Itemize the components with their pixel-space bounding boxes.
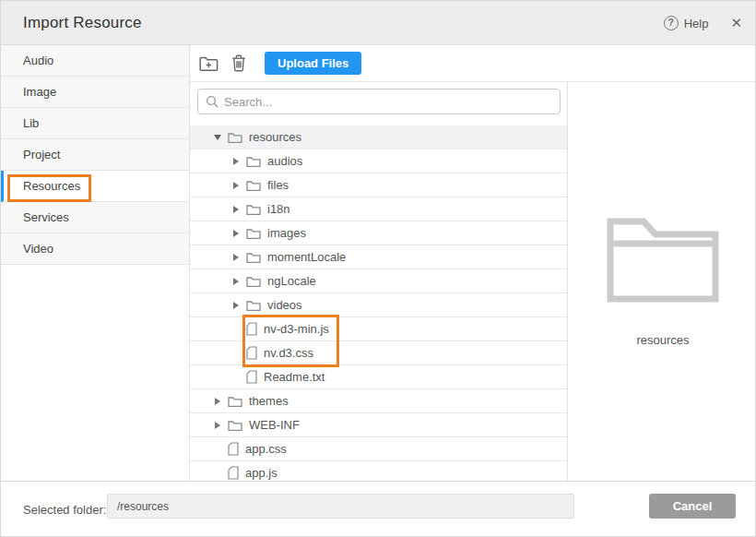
- expand-arrow-icon[interactable]: [215, 422, 220, 429]
- arrow-cell[interactable]: [230, 230, 244, 237]
- tree-node-label: videos: [267, 298, 302, 312]
- sidebar-item-label: Image: [23, 85, 56, 99]
- sidebar-item-image[interactable]: Image: [1, 77, 189, 108]
- dialog-title: Import Resource: [23, 14, 142, 32]
- tree-row-app.js[interactable]: app.js: [190, 461, 567, 481]
- tree-row-app.css[interactable]: app.css: [190, 437, 567, 461]
- help-icon: ?: [664, 16, 679, 30]
- tree-node-label: themes: [249, 394, 289, 408]
- folder-icon: [228, 419, 242, 432]
- arrow-cell[interactable]: [230, 182, 244, 189]
- sidebar-item-label: Audio: [23, 54, 53, 67]
- tree-row-themes[interactable]: themes: [190, 389, 567, 413]
- tree-row-momentLocale[interactable]: momentLocale: [190, 245, 567, 269]
- arrow-cell[interactable]: [212, 422, 226, 429]
- folder-icon: [246, 251, 261, 264]
- tree-node-label: nv.d3.css: [264, 346, 313, 360]
- folder-icon: [246, 179, 261, 192]
- tree-node-label: WEB-INF: [249, 418, 300, 432]
- sidebar-item-lib[interactable]: Lib: [1, 108, 189, 139]
- tree-node-label: nv-d3-min.js: [264, 322, 329, 336]
- arrow-cell[interactable]: [230, 206, 244, 213]
- tree-row-images[interactable]: images: [190, 221, 567, 245]
- tree-row-i18n[interactable]: i18n: [190, 197, 567, 221]
- help-button[interactable]: ? Help: [664, 16, 709, 30]
- tree-node-label: i18n: [267, 202, 290, 216]
- arrow-cell[interactable]: [212, 398, 226, 405]
- folder-icon: [228, 131, 242, 144]
- help-label: Help: [684, 17, 709, 30]
- collapse-arrow-icon[interactable]: [214, 135, 221, 140]
- selected-folder-path-input[interactable]: [107, 494, 574, 519]
- cancel-button[interactable]: Cancel: [649, 494, 736, 519]
- search-box: [197, 89, 561, 114]
- tree-row-audios[interactable]: audios: [190, 149, 567, 173]
- sidebar-item-label: Lib: [23, 116, 39, 130]
- file-icon: [228, 466, 239, 480]
- file-tree: resourcesaudiosfilesi18nimagesmomentLoca…: [190, 125, 568, 481]
- selected-folder-label: Selected folder:: [23, 503, 106, 517]
- tree-node-label: ngLocale: [267, 274, 316, 288]
- tree-node-label: app.js: [245, 466, 278, 480]
- tree-node-label: Readme.txt: [264, 370, 325, 384]
- expand-arrow-icon[interactable]: [215, 398, 220, 405]
- tree-row-nv.d3.css[interactable]: nv.d3.css: [190, 341, 567, 365]
- file-icon: [246, 322, 257, 336]
- tree-node-label: app.css: [245, 442, 287, 456]
- sidebar-item-video[interactable]: Video: [1, 233, 189, 265]
- tree-node-label: images: [267, 226, 306, 240]
- folder-icon: [246, 275, 261, 288]
- arrow-cell[interactable]: [230, 254, 244, 261]
- tree-node-label: resources: [249, 130, 301, 144]
- arrow-cell[interactable]: [230, 302, 244, 309]
- preview-panel: resources: [569, 82, 756, 481]
- search-icon: [206, 95, 219, 108]
- expand-arrow-icon[interactable]: [233, 206, 239, 213]
- search-input[interactable]: [224, 95, 552, 109]
- expand-arrow-icon[interactable]: [233, 230, 239, 237]
- add-folder-icon[interactable]: [199, 55, 219, 72]
- tree-row-resources[interactable]: resources: [190, 125, 567, 149]
- selected-folder-icon: [607, 216, 719, 303]
- tree-row-files[interactable]: files: [190, 173, 567, 197]
- sidebar-item-label: Project: [23, 148, 60, 161]
- sidebar-item-project[interactable]: Project: [1, 139, 189, 171]
- tree-row-nv-d3-min.js[interactable]: nv-d3-min.js: [190, 317, 567, 341]
- file-icon: [246, 370, 257, 384]
- file-icon: [246, 346, 257, 360]
- footer: Selected folder: Cancel: [1, 481, 756, 537]
- arrow-cell[interactable]: [212, 135, 226, 140]
- expand-arrow-icon[interactable]: [233, 278, 239, 285]
- folder-icon: [246, 203, 261, 216]
- close-icon[interactable]: ✕: [730, 15, 742, 31]
- tree-row-videos[interactable]: videos: [190, 293, 567, 317]
- folder-icon: [246, 227, 261, 240]
- preview-folder-label: resources: [569, 333, 756, 347]
- upload-files-button[interactable]: Upload Files: [265, 52, 361, 75]
- expand-arrow-icon[interactable]: [233, 182, 239, 189]
- arrow-cell[interactable]: [230, 158, 244, 165]
- dialog-header: Import Resource ? Help ✕: [1, 1, 756, 45]
- sidebar-item-resources[interactable]: Resources: [1, 171, 189, 202]
- tree-row-Readme.txt[interactable]: Readme.txt: [190, 365, 567, 389]
- sidebar-item-audio[interactable]: Audio: [1, 45, 189, 77]
- tree-node-label: momentLocale: [267, 250, 346, 264]
- expand-arrow-icon[interactable]: [233, 302, 239, 309]
- tree-node-label: files: [267, 178, 289, 192]
- sidebar: AudioImageLibProjectResourcesServicesVid…: [1, 45, 190, 481]
- sidebar-item-services[interactable]: Services: [1, 202, 189, 233]
- sidebar-item-label: Services: [23, 210, 69, 224]
- sidebar-item-label: Video: [23, 242, 53, 256]
- folder-icon: [246, 155, 261, 168]
- expand-arrow-icon[interactable]: [233, 254, 239, 261]
- expand-arrow-icon[interactable]: [233, 158, 239, 165]
- folder-icon: [228, 395, 242, 408]
- tree-row-WEB-INF[interactable]: WEB-INF: [190, 413, 567, 437]
- arrow-cell[interactable]: [230, 278, 244, 285]
- delete-icon[interactable]: [231, 54, 246, 72]
- tree-row-ngLocale[interactable]: ngLocale: [190, 269, 567, 293]
- tree-node-label: audios: [267, 154, 302, 168]
- file-icon: [228, 442, 239, 456]
- toolbar: Upload Files: [190, 45, 756, 82]
- folder-icon: [246, 299, 261, 312]
